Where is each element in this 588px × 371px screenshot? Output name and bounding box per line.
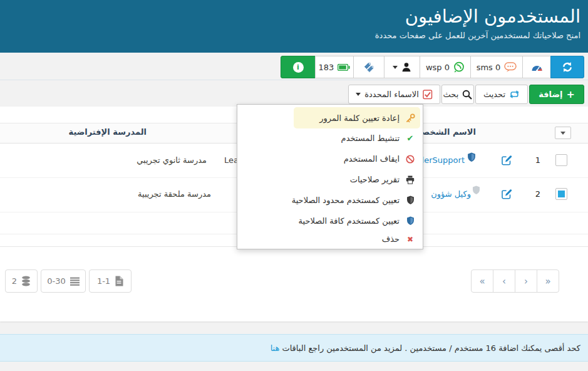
packages-link[interactable]: هنا	[271, 343, 280, 353]
dashboard-button[interactable]	[522, 56, 551, 78]
menu-item-label: ايقاف المستخدم	[344, 154, 400, 164]
credit-balance-button[interactable]: 183	[315, 56, 354, 78]
menu-item-permissions-report[interactable]: تقرير صلاحيات	[237, 169, 423, 190]
page-document-icon	[115, 276, 123, 286]
notice-text: كحد أقصى يمكنك اضافة 16 مستخدم / مستخدمي…	[282, 343, 580, 353]
info-button[interactable]: i	[281, 56, 316, 78]
refresh-button[interactable]	[550, 56, 584, 78]
menu-item-activate-user[interactable]: ✔ تنشيط المستخدم	[237, 128, 423, 149]
shield-full-permission-icon	[467, 152, 476, 162]
selected-names-dropdown-button[interactable]: الاسماء المحددة	[348, 85, 440, 104]
repeat-icon	[509, 90, 520, 99]
add-button[interactable]: + إضافة	[529, 85, 584, 104]
check-icon: ✔	[405, 133, 415, 143]
whatsapp-icon	[453, 61, 465, 73]
refresh-icon	[562, 61, 573, 73]
chevron-down-icon	[356, 93, 361, 96]
selected-checkbox-icon	[423, 90, 433, 100]
printer-icon	[405, 175, 415, 184]
list-lines-icon	[70, 277, 80, 286]
key-icon	[405, 113, 415, 123]
menu-item-label: تعيين كمستخدم كافة الصلاحية	[299, 216, 400, 226]
chevron-down-icon	[560, 132, 565, 135]
sms-count: sms 0	[477, 63, 501, 72]
column-header-default-school: المدرسة الإفتراضية	[69, 127, 147, 137]
pagination-prev-button[interactable]: ‹	[493, 269, 515, 293]
page-range-value: 1-1	[97, 276, 110, 286]
menu-item-label: تقرير صلاحيات	[350, 175, 400, 184]
search-label: بحث	[443, 90, 459, 99]
sms-chat-icon	[504, 62, 517, 73]
total-records-value: 2	[12, 276, 17, 286]
tags-button[interactable]	[353, 56, 384, 78]
page-size-value: 0-30	[47, 276, 66, 286]
menu-item-suspend-user[interactable]: ايقاف المستخدم	[237, 149, 423, 169]
actions-toolbar: + إضافة تحديث بحث الاسماء المحددة	[348, 85, 584, 104]
row-index: 1	[535, 155, 540, 165]
user-icon	[401, 62, 411, 72]
top-toolbar-button-group: i 183 wsp 0 sms 0	[281, 56, 584, 78]
menu-item-reset-password[interactable]: إعادة تعيين كلمة المرور	[294, 107, 420, 128]
shield-dark-icon	[405, 196, 415, 205]
whatsapp-counter-button[interactable]: wsp 0	[420, 56, 471, 78]
ban-icon	[405, 155, 415, 164]
gauge-icon	[531, 63, 543, 71]
menu-item-set-limited-permission[interactable]: تعيين كمستخدم محدود الصلاحية	[237, 190, 423, 211]
total-records-button[interactable]: 2	[5, 269, 38, 293]
add-label: إضافة	[539, 90, 562, 99]
shield-blue-icon	[405, 216, 415, 226]
plus-icon: +	[566, 90, 574, 100]
max-users-notice: كحد أقصى يمكنك اضافة 16 مستخدم / مستخدمي…	[0, 334, 588, 362]
default-school-cell: مدرسة ثانوي تجريبي	[137, 155, 207, 165]
pagination-last-button[interactable]: »	[537, 269, 559, 293]
pagination-first-button[interactable]: «	[471, 269, 493, 293]
checkbox-checked-mark	[558, 191, 565, 197]
database-icon	[21, 276, 31, 286]
pagination-next-button[interactable]: ›	[515, 269, 537, 293]
selected-names-dropdown-menu: إعادة تعيين كلمة المرور ✔ تنشيط المستخدم…	[237, 104, 423, 249]
row-checkbox[interactable]	[555, 154, 567, 166]
default-school-cell: مدرسة ملحقة تجريبية	[138, 189, 211, 199]
pagination-arrows: « ‹ › »	[472, 269, 559, 293]
page-size-button[interactable]: 0-30	[41, 269, 86, 293]
menu-item-label: تعيين كمستخدم محدود الصلاحية	[292, 196, 400, 205]
search-icon	[462, 90, 472, 100]
sms-counter-button[interactable]: sms 0	[470, 56, 523, 78]
select-all-dropdown[interactable]	[555, 127, 571, 139]
refresh-list-label: تحديث	[483, 90, 505, 99]
user-name-link[interactable]: وكيل شؤون	[431, 189, 471, 199]
page-title: المستخدمون الإضافيون	[8, 4, 580, 29]
menu-item-label: إعادة تعيين كلمة المرور	[319, 113, 400, 123]
whatsapp-count: wsp 0	[426, 63, 450, 72]
user-menu-button[interactable]	[384, 56, 420, 78]
page-subtitle: امنح صلاحياتك لمستخدمين آخرين للعمل على …	[8, 31, 580, 40]
page-header: المستخدمون الإضافيون امنح صلاحياتك لمستخ…	[0, 0, 588, 53]
credit-count: 183	[319, 63, 334, 72]
search-button[interactable]: بحث	[441, 85, 474, 104]
edit-icon[interactable]	[501, 188, 513, 200]
menu-item-label: تنشيط المستخدم	[341, 133, 400, 143]
delete-x-icon: ✖	[405, 235, 415, 244]
info-icon: i	[293, 62, 304, 73]
page-range-button[interactable]: 1-1	[89, 269, 132, 293]
tags-icon	[363, 62, 374, 73]
refresh-list-button[interactable]: تحديث	[475, 85, 528, 104]
battery-icon	[338, 64, 350, 71]
edit-icon[interactable]	[501, 154, 513, 166]
chevron-down-icon	[393, 66, 398, 69]
screen: المستخدمون الإضافيون امنح صلاحياتك لمستخ…	[0, 0, 588, 371]
row-checkbox[interactable]	[555, 188, 567, 200]
selected-names-label: الاسماء المحددة	[364, 90, 419, 99]
shield-limited-permission-icon	[472, 186, 480, 195]
menu-item-delete[interactable]: ✖ حذف	[237, 229, 423, 249]
menu-item-label: حذف	[382, 234, 400, 244]
pagination-info: 2 0-30 1-1	[5, 269, 132, 293]
row-index: 2	[535, 189, 540, 199]
